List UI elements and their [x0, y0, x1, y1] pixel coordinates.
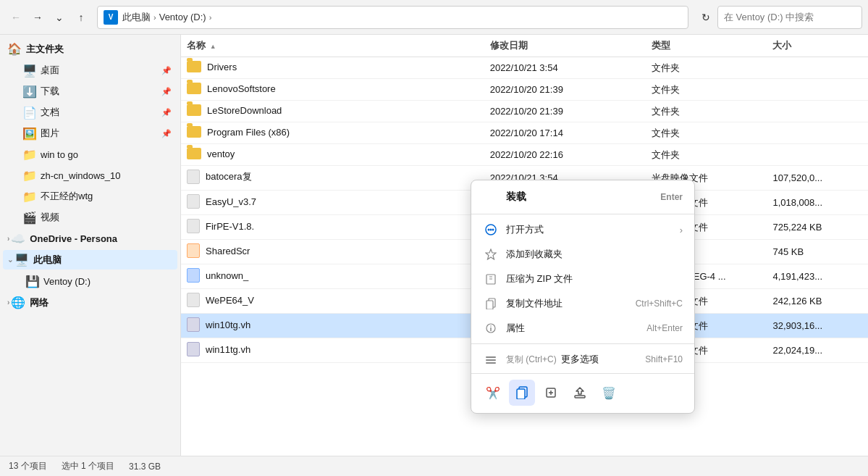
file-modified: 2022/10/20 17:14	[484, 122, 646, 144]
ctx-more-icon	[483, 354, 499, 365]
ctx-more-label: 更多选项	[561, 353, 640, 366]
address-part-2: Ventoy (D:)	[159, 12, 206, 22]
download-icon: ⬇️	[23, 85, 36, 98]
forward-button[interactable]: →	[28, 7, 48, 28]
table-row[interactable]: Program Files (x86) 2022/10/20 17:14 文件夹	[181, 122, 868, 144]
pin-icon: 📌	[161, 108, 172, 117]
col-type[interactable]: 类型	[646, 35, 767, 57]
ctx-properties-icon	[483, 322, 499, 334]
ctx-compress-zip[interactable]: 压缩为 ZIP 文件	[471, 267, 694, 291]
svg-point-3	[492, 229, 494, 231]
file-type: 文件夹	[646, 79, 767, 101]
ctx-delete-button[interactable]: 🗑️	[596, 380, 622, 406]
sidebar-main-folder[interactable]: 🏠 主文件夹	[3, 39, 177, 59]
file-type: 文件夹	[646, 122, 767, 144]
sidebar-item-zhcn[interactable]: 📁 zh-cn_windows_10	[3, 165, 177, 185]
sidebar-this-pc[interactable]: ⌄ 🖥️ 此电脑	[3, 250, 177, 270]
up-button[interactable]: ↑	[71, 7, 91, 28]
refresh-button[interactable]: ↻	[694, 6, 717, 29]
vhd-icon	[187, 317, 200, 332]
sidebar-item-desktop[interactable]: 🖥️ 桌面 📌	[3, 60, 177, 80]
svg-rect-15	[486, 362, 496, 364]
sidebar-item-video[interactable]: 🎬 视频	[3, 207, 177, 227]
file-size: 242,126 KB	[767, 289, 868, 314]
expand-icon: ⌄	[7, 256, 13, 264]
ctx-more-options[interactable]: 复制 (Ctrl+C) 更多选项 Shift+F10	[471, 347, 694, 372]
file-name: win10tg.vh	[181, 314, 484, 338]
dropdown-button[interactable]: ⌄	[49, 7, 69, 28]
ctx-properties[interactable]: 属性 Alt+Enter	[471, 316, 694, 341]
folder-icon	[187, 148, 201, 159]
mp4-icon	[187, 268, 200, 283]
computer-icon: 🖥️	[14, 253, 29, 267]
folder-icon: 📁	[23, 169, 36, 182]
col-name[interactable]: 名称 ▲	[181, 35, 484, 57]
pictures-icon: 🖼️	[23, 127, 36, 140]
sidebar-item-label: zh-cn_windows_10	[41, 170, 172, 181]
status-selected: 选中 1 个项目	[62, 460, 114, 472]
table-row[interactable]: ventoy 2022/10/20 22:16 文件夹	[181, 144, 868, 166]
svg-rect-17	[517, 389, 525, 399]
file-size	[767, 101, 868, 122]
ctx-copy-shortcut-label: 复制 (Ctrl+C)	[506, 354, 557, 366]
file-name: SharedScr	[181, 240, 484, 264]
sidebar-item-label: 下载	[41, 85, 161, 98]
ctx-copy-button[interactable]	[509, 380, 535, 406]
table-row[interactable]: LeStoreDownload 2022/10/20 21:39 文件夹	[181, 101, 868, 122]
address-part-1: 此电脑	[122, 11, 151, 24]
sidebar-item-wintogo[interactable]: 📁 win to go	[3, 144, 177, 164]
file-name: WePE64_V	[181, 289, 484, 314]
file-name: unknown_	[181, 264, 484, 289]
ctx-toolbar: ✂️ 🗑️	[471, 373, 694, 410]
sidebar-section-label: 网络	[30, 296, 49, 309]
file-size: 22,024,19...	[767, 338, 868, 363]
sidebar-item-label: Ventoy (D:)	[43, 276, 172, 287]
jpg-icon	[187, 243, 200, 258]
file-size	[767, 57, 868, 79]
iso-icon	[187, 194, 200, 209]
ctx-copy-path[interactable]: 复制文件地址 Ctrl+Shift+C	[471, 291, 694, 316]
search-input[interactable]	[717, 6, 862, 29]
file-modified: 2022/10/20 22:16	[484, 144, 646, 166]
file-size: 4,191,423...	[767, 264, 868, 289]
pin-icon: 📌	[161, 87, 172, 96]
file-name: win11tg.vh	[181, 338, 484, 363]
col-modified[interactable]: 修改日期	[484, 35, 646, 57]
sidebar-item-buzhengque[interactable]: 📁 不正经的wtg	[3, 186, 177, 206]
sidebar-item-downloads[interactable]: ⬇️ 下载 📌	[3, 81, 177, 101]
file-modified: 2022/10/20 21:39	[484, 79, 646, 101]
pin-icon: 📌	[161, 129, 172, 138]
documents-icon: 📄	[23, 106, 36, 119]
sidebar-network[interactable]: › 🌐 网络	[3, 293, 177, 312]
file-name: ventoy	[181, 144, 484, 166]
ctx-open-with-icon	[483, 224, 499, 235]
file-size: 107,520,0...	[767, 166, 868, 191]
table-row[interactable]: LenovoSoftstore 2022/10/20 21:39 文件夹	[181, 79, 868, 101]
sidebar-item-label: 图片	[41, 127, 161, 140]
desktop-icon: 🖥️	[23, 64, 36, 77]
col-size[interactable]: 大小	[767, 35, 868, 57]
sidebar-item-documents[interactable]: 📄 文档 📌	[3, 102, 177, 122]
ctx-share-button[interactable]	[567, 380, 593, 406]
address-bar[interactable]: V 此电脑 › Ventoy (D:) ›	[97, 6, 688, 29]
status-size: 31.3 GB	[129, 462, 161, 472]
ctx-rename-button[interactable]	[538, 380, 564, 406]
sidebar-item-label: 视频	[41, 211, 172, 224]
sidebar-onedrive[interactable]: › ☁️ OneDrive - Persona	[3, 229, 177, 249]
ctx-add-favorite[interactable]: 添加到收藏夹	[471, 242, 694, 267]
sidebar-item-pictures[interactable]: 🖼️ 图片 📌	[3, 123, 177, 143]
ctx-mount[interactable]: 装载 Enter	[471, 183, 694, 211]
expand-icon: ›	[7, 298, 9, 306]
file-name: Program Files (x86)	[181, 122, 484, 144]
status-count: 13 个项目	[9, 460, 47, 472]
file-type: 文件夹	[646, 144, 767, 166]
vhd-icon	[187, 342, 200, 356]
ctx-arrow-icon: ›	[680, 225, 683, 235]
ctx-copy-path-icon	[483, 298, 499, 309]
ctx-cut-button[interactable]: ✂️	[480, 380, 506, 406]
ctx-open-with[interactable]: 打开方式 ›	[471, 217, 694, 242]
home-icon: 🏠	[7, 42, 22, 56]
table-row[interactable]: Drivers 2022/10/21 3:54 文件夹	[181, 57, 868, 79]
back-button[interactable]: ←	[6, 7, 26, 28]
sidebar-item-ventoy-drive[interactable]: 💾 Ventoy (D:)	[3, 271, 177, 291]
